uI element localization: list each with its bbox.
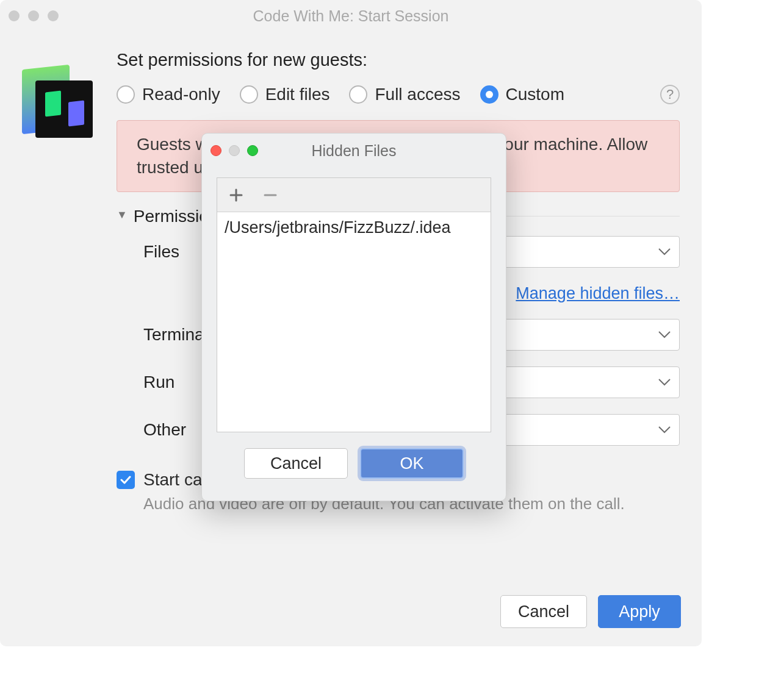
radio-icon — [117, 85, 135, 104]
start-call-checkbox[interactable] — [117, 471, 135, 489]
close-window-icon[interactable] — [211, 145, 221, 156]
radio-icon — [480, 85, 498, 104]
button-label: Cancel — [518, 602, 569, 621]
radio-edit-files[interactable]: Edit files — [240, 85, 330, 104]
radio-label: Full access — [375, 85, 460, 104]
dialog-ok-button[interactable]: OK — [360, 448, 464, 479]
disclosure-down-icon: ▼ — [117, 209, 128, 221]
main-window-title: Code With Me: Start Session — [0, 0, 702, 32]
dialog-cancel-button[interactable]: Cancel — [244, 448, 348, 479]
code-with-me-logo-icon — [22, 67, 89, 134]
zoom-window-icon[interactable] — [247, 145, 258, 156]
button-label: Cancel — [270, 454, 322, 473]
dialog-button-row: Cancel OK — [202, 448, 506, 479]
zoom-window-icon[interactable] — [48, 10, 59, 21]
main-window-titlebar: Code With Me: Start Session — [0, 0, 702, 32]
button-label: Apply — [619, 602, 660, 621]
cancel-button[interactable]: Cancel — [500, 595, 587, 628]
traffic-lights — [9, 10, 59, 21]
permissions-radio-group: Read-only Edit files Full access Custom … — [117, 85, 680, 104]
apply-button[interactable]: Apply — [598, 595, 681, 628]
add-item-button[interactable] — [227, 186, 245, 204]
traffic-lights — [211, 145, 258, 156]
radio-icon — [240, 85, 258, 104]
chevron-down-icon — [658, 331, 671, 338]
button-label: OK — [400, 454, 423, 473]
radio-icon — [349, 85, 367, 104]
permissions-heading: Set permissions for new guests: — [117, 50, 680, 70]
minimize-window-icon[interactable] — [28, 10, 39, 21]
start-call-label: Start call — [143, 470, 210, 490]
minimize-window-icon[interactable] — [229, 145, 240, 156]
main-button-row: Cancel Apply — [500, 595, 681, 628]
chevron-down-icon — [658, 379, 671, 386]
radio-full-access[interactable]: Full access — [349, 85, 460, 104]
start-session-dialog: Code With Me: Start Session Set permissi… — [0, 0, 702, 646]
close-window-icon[interactable] — [9, 10, 20, 21]
manage-hidden-files-link[interactable]: Manage hidden files… — [516, 284, 680, 302]
radio-label: Read-only — [142, 85, 220, 104]
radio-custom[interactable]: Custom — [480, 85, 564, 104]
remove-item-button[interactable] — [261, 186, 279, 204]
list-items[interactable]: /Users/jetbrains/FizzBuzz/.idea — [217, 212, 491, 432]
help-icon[interactable]: ? — [660, 85, 680, 104]
radio-label: Edit files — [265, 85, 330, 104]
list-item[interactable]: /Users/jetbrains/FizzBuzz/.idea — [217, 212, 491, 243]
chevron-down-icon — [658, 426, 671, 434]
hidden-files-dialog: Hidden Files /Users/jetbrains/FizzBuzz/.… — [201, 133, 506, 501]
list-toolbar — [217, 178, 491, 212]
dialog-titlebar: Hidden Files — [202, 134, 506, 168]
radio-read-only[interactable]: Read-only — [117, 85, 220, 104]
hidden-files-listbox: /Users/jetbrains/FizzBuzz/.idea — [217, 177, 491, 432]
chevron-down-icon — [658, 248, 671, 255]
radio-label: Custom — [506, 85, 564, 104]
